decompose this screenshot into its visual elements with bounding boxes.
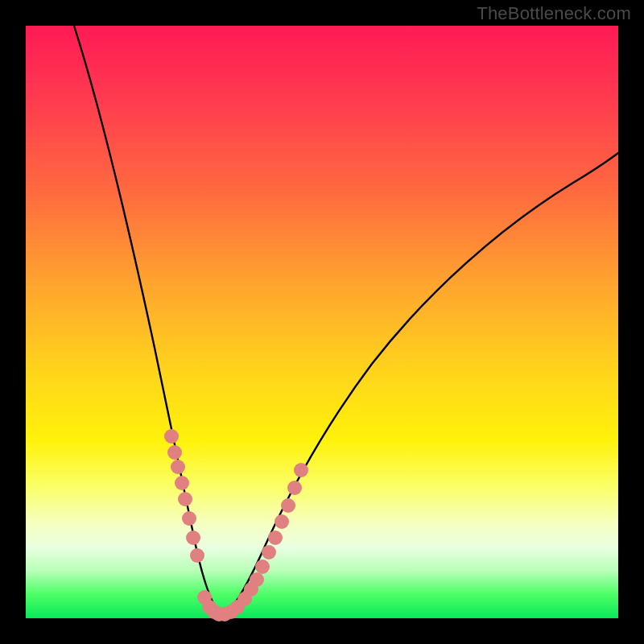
data-dot [171,460,185,474]
data-dot [167,445,182,460]
data-dot [164,429,179,444]
data-dot [190,548,204,563]
right-curve [225,153,618,615]
data-dot [262,545,276,559]
data-dot [281,498,295,513]
data-dot [178,492,192,506]
data-dot [268,530,283,545]
data-dot [294,463,308,477]
data-dot [287,481,302,495]
left-curve [74,26,221,615]
plot-area [26,26,618,618]
watermark-text: TheBottleneck.com [477,3,631,24]
data-dot [182,511,196,526]
data-dot [275,514,289,529]
data-dot [255,559,270,574]
chart-svg [26,26,618,618]
data-dot [250,572,264,587]
outer-frame: TheBottleneck.com [0,0,644,644]
data-dot [175,476,189,490]
data-dot [186,530,200,545]
